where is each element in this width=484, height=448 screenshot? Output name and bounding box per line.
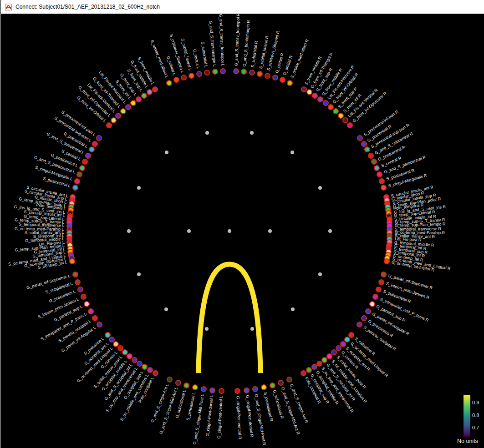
region-dot-fill [338, 113, 344, 119]
colorbar-tick-label: 0.8 [472, 413, 479, 418]
region-dot-fill [378, 279, 384, 285]
window-title: Connect: Subject01/S01_AEF_20131218_02_6… [15, 4, 160, 10]
region-dot-fill [252, 386, 258, 392]
region-dot-fill [136, 96, 142, 102]
region-dot-fill [69, 258, 75, 264]
region-dot-fill [361, 141, 367, 147]
hub-root-node[interactable] [228, 229, 231, 233]
region-dot-fill [97, 322, 102, 327]
hub-lobe-node[interactable] [127, 229, 131, 233]
region-dot-fill [368, 153, 374, 159]
hub-lobe-node[interactable] [137, 272, 141, 276]
region-dot-fill [265, 73, 270, 79]
region-dot-fill [89, 146, 95, 152]
region-dot-fill [84, 301, 90, 307]
region-dot-fill [301, 370, 306, 376]
hub-left-hemisphere-node[interactable] [187, 229, 191, 233]
region-dot-fill [369, 301, 375, 307]
region-dot-fill [92, 315, 98, 321]
region-dot-fill [220, 68, 226, 74]
region-dot-fill [233, 68, 239, 74]
region-dot-fill [96, 135, 102, 141]
region-dot-fill [175, 380, 181, 386]
region-dot-fill [153, 370, 158, 376]
region-dot-fill [75, 279, 81, 285]
region-dot-fill [189, 73, 194, 79]
region-dot-fill [141, 93, 147, 99]
region-dot-fill [166, 80, 172, 86]
region-dot-fill [301, 86, 307, 92]
region-dot-fill [183, 383, 189, 388]
hub-lobe-node[interactable] [291, 307, 295, 311]
region-dot-fill [81, 294, 87, 300]
colorbar-tick-label: 0.9 [472, 400, 479, 405]
region-dot-fill [196, 71, 202, 77]
colorbar-tick-label: 0.7 [472, 425, 479, 430]
title-bar[interactable]: Connect: Subject01/S01_AEF_20131218_02_6… [1, 0, 484, 14]
region-dot-fill [181, 75, 187, 81]
app-icon [5, 4, 12, 10]
region-dot-fill [347, 122, 353, 128]
region-dot-fill [125, 104, 131, 110]
region-dot-fill [204, 70, 210, 76]
region-dot-fill [377, 171, 382, 177]
region-dot-fill [365, 308, 371, 314]
colorbar-units-label: No units [457, 438, 478, 444]
colorbar [464, 395, 470, 437]
connectivity-plot[interactable]: No units G_and_S_transv_frontopol RG_and… [1, 14, 484, 448]
region-dot-fill [311, 364, 317, 370]
connection-edge [199, 264, 260, 373]
region-dot-fill [312, 93, 318, 99]
region-dot-fill [77, 287, 83, 292]
region-dot-fill [74, 178, 80, 184]
region-dot-fill [361, 315, 367, 321]
hub-lobe-node[interactable] [328, 229, 332, 233]
region-dot-fill [88, 308, 94, 314]
region-dot-fill [85, 153, 91, 159]
region-dot-fill [120, 108, 126, 114]
region-dot-fill [152, 86, 158, 92]
region-dot-fill [321, 357, 327, 363]
region-dot-fill [286, 377, 292, 383]
region-dot-fill [316, 361, 322, 367]
hub-lobe-node[interactable] [137, 186, 141, 190]
region-dot-fill [219, 388, 224, 394]
region-dot-fill [257, 71, 263, 77]
region-dot-fill [249, 70, 255, 76]
hub-right-hemisphere-node[interactable] [268, 229, 272, 233]
region-dot-fill [326, 353, 332, 359]
connect-window: Connect: Subject01/S01_AEF_20131218_02_6… [0, 0, 484, 448]
region-dot-fill [270, 383, 275, 388]
region-dot-fill [323, 100, 329, 106]
region-dot-fill [92, 141, 98, 147]
region-dot-fill [212, 69, 218, 75]
region-dot-fill [342, 117, 348, 123]
region-dot-fill [244, 388, 250, 393]
region-dot-fill [328, 104, 334, 110]
region-dot-fill [72, 272, 78, 277]
hub-lobe-node[interactable] [164, 307, 168, 311]
region-dot-fill [209, 388, 215, 393]
region-dot-fill [72, 185, 78, 191]
region-dot-fill [379, 178, 385, 184]
